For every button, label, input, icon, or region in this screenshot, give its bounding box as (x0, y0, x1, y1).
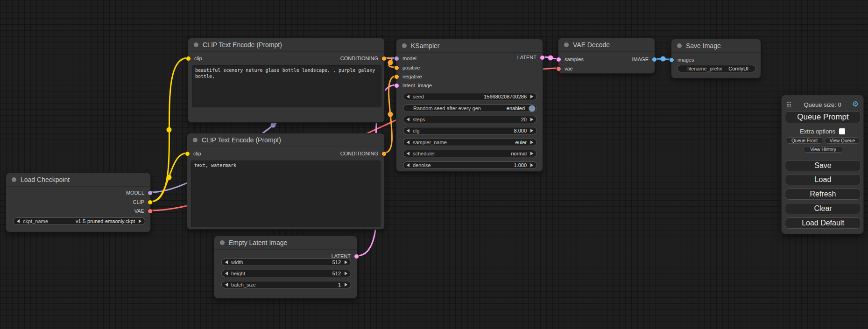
widget-label: width (231, 259, 243, 265)
link-midpoint-dot-negative-conditioning-to-ksampler[interactable] (388, 112, 393, 117)
negative-prompt-textarea[interactable]: text, watermark (191, 161, 381, 227)
next-value-arrow-icon[interactable] (345, 283, 347, 287)
prev-value-arrow-icon[interactable] (225, 272, 228, 275)
link-midpoint-dot-checkpoint-model-to-ksampler[interactable] (271, 123, 276, 128)
view-history-button[interactable]: View History (803, 146, 843, 153)
seed-widget[interactable]: seed 156680208700286 (403, 93, 537, 100)
samples-input-dot[interactable] (556, 57, 561, 62)
node-header[interactable]: CLIP Text Encode (Prompt) (188, 38, 384, 52)
prev-value-arrow-icon[interactable] (407, 118, 409, 121)
next-value-arrow-icon[interactable] (345, 272, 347, 275)
prev-value-arrow-icon[interactable] (225, 283, 228, 287)
next-value-arrow-icon[interactable] (345, 260, 347, 264)
sampler-name-widget[interactable]: sampler_name euler (403, 139, 537, 146)
link-midpoint-dot-ksampler-latent-to-vae-decode[interactable] (548, 56, 553, 61)
link-midpoint-dot-checkpoint-clip-to-positive-encoder[interactable] (167, 127, 172, 133)
vae-input-dot[interactable] (556, 66, 561, 71)
extra-options-checkbox[interactable] (839, 128, 845, 134)
node-header[interactable]: KSampler (396, 39, 543, 53)
output-slot-vae: VAE (134, 207, 153, 215)
clip-input-dot[interactable] (185, 151, 190, 156)
next-value-arrow-icon[interactable] (530, 118, 533, 121)
denoise-widget[interactable]: denoise 1.000 (403, 161, 537, 169)
widget-value: 156680208700286 (484, 94, 527, 99)
clip-input-dot[interactable] (186, 56, 191, 61)
input-slot-positive: positive (394, 63, 420, 72)
node-header[interactable]: CLIP Text Encode (Prompt) (187, 133, 384, 147)
model-output-dot[interactable] (148, 190, 153, 196)
next-value-arrow-icon[interactable] (139, 219, 141, 223)
toggle-enabled-icon[interactable] (529, 105, 536, 112)
load-button[interactable]: Load (785, 174, 861, 185)
ckpt-name-widget[interactable]: ckpt_name v1-5-pruned-emaonly.ckpt (13, 217, 145, 225)
node-header[interactable]: Empty Latent Image (214, 236, 357, 250)
image-output-dot[interactable] (652, 57, 657, 62)
positive-prompt-textarea[interactable]: beautiful scenery nature glass bottle la… (192, 65, 381, 107)
positive-input-dot[interactable] (394, 65, 399, 70)
scheduler-widget[interactable]: scheduler normal (403, 150, 537, 157)
collapse-dot-icon[interactable] (220, 240, 225, 245)
batch-size-widget[interactable]: batch_size 1 (221, 281, 351, 288)
next-value-arrow-icon[interactable] (530, 129, 533, 133)
node-vae-decode: VAE Decode samples vae IMAGE (558, 38, 655, 74)
refresh-button[interactable]: Refresh (785, 189, 861, 200)
prev-value-arrow-icon[interactable] (407, 152, 409, 155)
prev-value-arrow-icon[interactable] (407, 140, 409, 144)
prev-value-arrow-icon[interactable] (225, 260, 228, 264)
latent-output-dot[interactable] (354, 254, 359, 259)
random-seed-toggle-widget[interactable]: Random seed after every gen enabled (403, 105, 537, 112)
width-widget[interactable]: width 512 (221, 259, 351, 266)
slot-label: IMAGE (632, 56, 649, 62)
collapse-dot-icon[interactable] (677, 43, 682, 48)
next-value-arrow-icon[interactable] (530, 163, 533, 167)
slot-label: samples (565, 56, 584, 62)
prev-value-arrow-icon[interactable] (17, 219, 20, 223)
next-value-arrow-icon[interactable] (530, 140, 533, 144)
latent-output-dot[interactable] (540, 55, 545, 60)
prev-value-arrow-icon[interactable] (407, 129, 409, 133)
conditioning-output-dot[interactable] (381, 151, 387, 156)
next-value-arrow-icon[interactable] (530, 152, 533, 155)
vae-output-dot[interactable] (148, 209, 153, 214)
height-widget[interactable]: height 512 (221, 270, 351, 277)
widget-value: 1 (338, 282, 341, 287)
load-default-button[interactable]: Load Default (785, 217, 861, 229)
queue-front-button[interactable]: Queue Front (786, 137, 823, 144)
next-value-arrow-icon[interactable] (530, 95, 533, 98)
collapse-dot-icon[interactable] (194, 42, 198, 47)
save-button[interactable]: Save (785, 160, 861, 171)
clear-button[interactable]: Clear (785, 203, 861, 214)
node-title: Empty Latent Image (229, 239, 287, 246)
node-header[interactable]: Save Image (671, 39, 761, 53)
link-midpoint-dot-vae-image-to-save-image[interactable] (661, 56, 666, 62)
prev-value-arrow-icon[interactable] (407, 163, 409, 167)
images-input-dot[interactable] (669, 57, 674, 63)
node-clip-text-encode-positive: CLIP Text Encode (Prompt) clip CONDITION… (188, 38, 385, 123)
collapse-dot-icon[interactable] (193, 138, 198, 142)
cfg-widget[interactable]: cfg 8.000 (403, 127, 537, 134)
link-midpoint-dot-positive-conditioning-to-ksampler[interactable] (388, 60, 393, 65)
node-save-image: Save Image images filename_prefix ComfyU… (671, 39, 761, 78)
filename-prefix-widget[interactable]: filename_prefix ComfyUI (677, 65, 756, 72)
view-queue-button[interactable]: View Queue (825, 137, 860, 144)
collapse-dot-icon[interactable] (402, 43, 407, 48)
collapse-dot-icon[interactable] (564, 42, 569, 47)
link-midpoint-dot-checkpoint-clip-to-negative-encoder[interactable] (167, 175, 172, 180)
queue-prompt-button[interactable]: Queue Prompt (785, 111, 861, 123)
widget-value: ComfyUI (728, 66, 748, 71)
latent-image-input-dot[interactable] (394, 83, 399, 88)
node-header[interactable]: VAE Decode (558, 38, 655, 52)
collapse-dot-icon[interactable] (12, 177, 16, 182)
prev-value-arrow-icon[interactable] (407, 95, 409, 98)
negative-input-dot[interactable] (394, 74, 399, 79)
steps-widget[interactable]: steps 20 (403, 116, 537, 123)
node-graph-canvas[interactable]: Load Checkpoint MODEL CLIP VAE ckpt_name… (0, 0, 868, 329)
conditioning-output-dot[interactable] (381, 56, 387, 61)
slot-label: LATENT (517, 55, 536, 60)
node-header[interactable]: Load Checkpoint (6, 173, 150, 187)
settings-gear-icon[interactable]: ⚙ (852, 100, 859, 108)
clip-output-dot[interactable] (148, 200, 153, 205)
node-title: CLIP Text Encode (Prompt) (202, 136, 281, 144)
widget-value: 20 (521, 117, 527, 122)
model-input-dot[interactable] (394, 56, 399, 61)
